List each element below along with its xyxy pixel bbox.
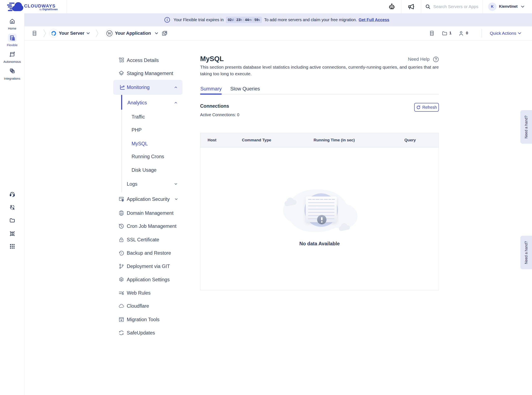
svg-text:www: www [119,212,124,214]
svg-text:W: W [108,31,111,35]
